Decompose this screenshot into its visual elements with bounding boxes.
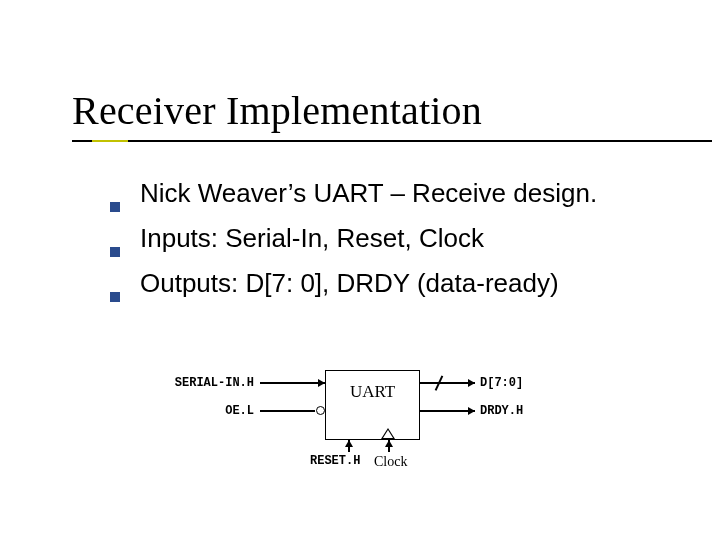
bullet-text: Inputs: Serial-In, Reset, Clock: [140, 221, 484, 256]
block-diagram: UART SERIAL-IN.H OE.L D[7:0] DRDY.H RESE…: [170, 358, 550, 498]
list-item: Outputs: D[7: 0], DRDY (data-ready): [110, 266, 670, 301]
page-title: Receiver Implementation: [72, 90, 482, 132]
label-serial-in: SERIAL-IN.H: [164, 376, 254, 390]
bullet-icon: [110, 292, 120, 302]
wire-oe: [260, 410, 315, 412]
arrow-icon: [468, 407, 475, 415]
arrow-icon: [345, 440, 353, 447]
wire-d-out: [420, 382, 475, 384]
label-reset: RESET.H: [310, 454, 360, 468]
bullet-text: Outputs: D[7: 0], DRDY (data-ready): [140, 266, 559, 301]
arrow-icon: [385, 440, 393, 447]
arrow-icon: [468, 379, 475, 387]
bullet-list: Nick Weaver’s UART – Receive design. Inp…: [110, 176, 670, 311]
arrow-icon: [318, 379, 325, 387]
clock-edge-icon: [381, 428, 395, 439]
bullet-text: Nick Weaver’s UART – Receive design.: [140, 176, 597, 211]
list-item: Nick Weaver’s UART – Receive design.: [110, 176, 670, 211]
label-d-out: D[7:0]: [480, 376, 523, 390]
uart-block: [325, 370, 420, 440]
bullet-icon: [110, 247, 120, 257]
slide: Receiver Implementation Nick Weaver’s UA…: [0, 0, 720, 540]
uart-block-label: UART: [350, 382, 395, 402]
title-accent: [92, 140, 128, 142]
bullet-icon: [110, 202, 120, 212]
label-oe: OE.L: [208, 404, 254, 418]
wire-serial-in: [260, 382, 325, 384]
title-underline: [72, 140, 712, 142]
title-area: Receiver Implementation: [72, 90, 482, 132]
label-clock: Clock: [374, 454, 407, 470]
label-drdy: DRDY.H: [480, 404, 523, 418]
wire-drdy: [420, 410, 475, 412]
list-item: Inputs: Serial-In, Reset, Clock: [110, 221, 670, 256]
inverter-bubble-icon: [316, 406, 325, 415]
